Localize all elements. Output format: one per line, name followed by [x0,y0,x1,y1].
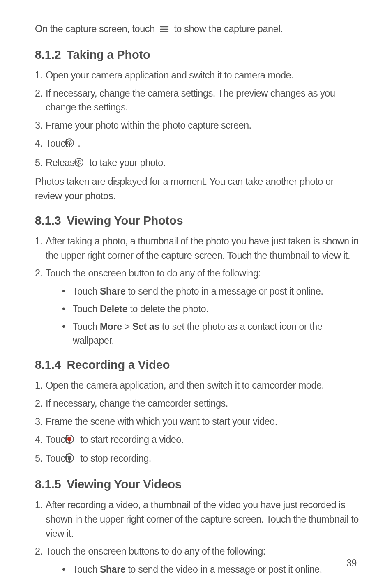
section-number: 8.1.5 [35,478,61,491]
heading-8-1-3: 8.1.3Viewing Your Photos [35,214,361,228]
section-number: 8.1.3 [35,214,61,227]
heading-8-1-2: 8.1.2Taking a Photo [35,48,361,62]
svg-point-9 [67,437,71,441]
svg-point-5 [160,31,161,32]
section-number: 8.1.4 [35,358,61,371]
list-item: 2. If necessary, change the camera setti… [35,86,361,115]
list-item: 3. Frame your photo within the photo cap… [35,118,361,133]
list-item: 1. Open the camera application, and then… [35,378,361,393]
section-number: 8.1.2 [35,48,61,61]
intro-line: On the capture screen, touch to show the… [35,22,361,37]
svg-point-3 [160,26,161,28]
bullet-item: • Touch More > Set as to set the photo a… [35,320,361,348]
list-item: 5. Release to take your photo. [35,156,361,171]
list-item: 1. After recording a video, a thumbnail … [35,498,361,541]
list-item: 4. Touch . [35,136,361,152]
list-item: 2. Touch the onscreen buttons to do any … [35,544,361,559]
menu-icon [160,23,169,37]
bullet-item: • Touch Delete to delete the photo. [35,302,361,316]
heading-8-1-4: 8.1.4Recording a Video [35,358,361,372]
section-title: Taking a Photo [67,48,150,61]
section-title: Recording a Video [67,358,170,371]
section-title: Viewing Your Videos [67,478,182,491]
svg-point-6 [65,139,74,147]
bullet-list: • Touch Share to send the video in a mes… [35,562,361,576]
list-item: 4. Touch to start recording a video. [35,433,361,448]
note-text: Photos taken are displayed for a moment.… [35,175,361,203]
bullet-item: • Touch Share to send the photo in a mes… [35,284,361,298]
bullet-list: • Touch Share to send the photo in a mes… [35,284,361,348]
section-title: Viewing Your Photos [67,214,183,227]
svg-point-4 [160,29,161,30]
list-item: 3. Frame the scene with which you want t… [35,414,361,429]
heading-8-1-5: 8.1.5Viewing Your Videos [35,478,361,491]
page-number: 39 [346,558,357,569]
list-item: 5. Touch to stop recording. [35,451,361,467]
bullet-item: • Touch Share to send the video in a mes… [35,562,361,576]
list-item: 1. After taking a photo, a thumbnail of … [35,234,361,263]
list-item: 2. If necessary, change the camcorder se… [35,396,361,411]
intro-text-before: On the capture screen, touch [35,23,155,34]
list-item: 1. Open your camera application and swit… [35,68,361,83]
svg-point-7 [75,158,83,166]
svg-rect-11 [68,456,71,460]
list-item: 2. Touch the onscreen button to do any o… [35,266,361,281]
intro-text-after: to show the capture panel. [174,23,283,34]
